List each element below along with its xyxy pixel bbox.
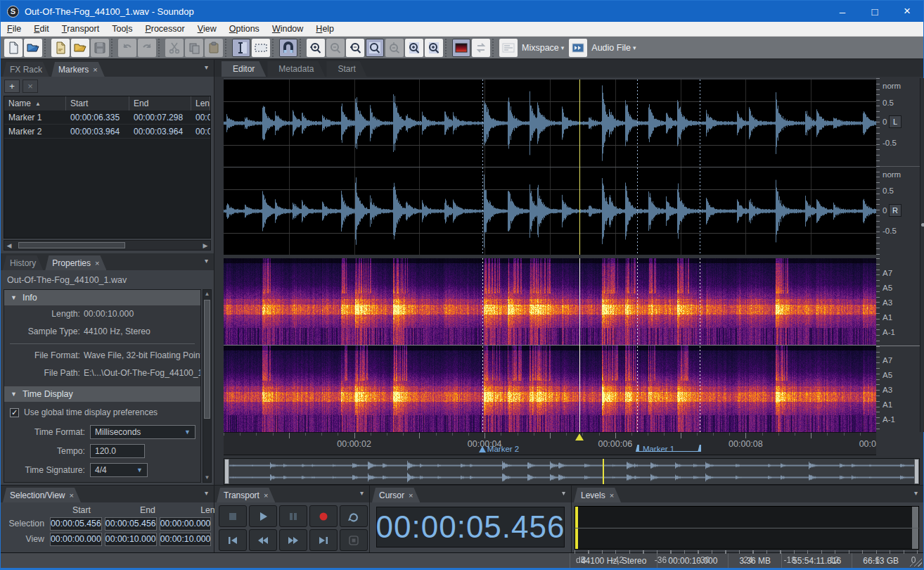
transport-pause-button[interactable] — [279, 505, 307, 527]
minimize-button[interactable]: – — [826, 1, 859, 22]
zoom-window-button[interactable] — [366, 39, 384, 57]
time-value-field[interactable]: 00:00:00.000 — [160, 517, 212, 531]
cut-button[interactable] — [165, 39, 184, 57]
close-tab-icon[interactable]: × — [93, 65, 97, 74]
editor-v-scrollbar[interactable] — [920, 78, 924, 432]
delete-marker-button[interactable]: × — [23, 80, 38, 93]
menu-edit[interactable]: Edit — [27, 22, 56, 36]
panel-menu-icon[interactable]: ▾ — [205, 489, 208, 497]
menu-tools[interactable]: Tools — [105, 22, 139, 36]
waveform-display[interactable] — [224, 78, 876, 255]
swap-view-button[interactable] — [472, 39, 490, 57]
scroll-down-icon[interactable]: ▼ — [205, 474, 210, 482]
menu-window[interactable]: Window — [266, 22, 309, 36]
new-audio-file-button[interactable] — [51, 39, 70, 57]
overview-navigator[interactable] — [224, 458, 920, 485]
transport-go-to-start-button[interactable] — [219, 529, 247, 551]
marker-icon[interactable] — [479, 446, 486, 452]
dropdown-arrow-icon[interactable]: ▼ — [136, 467, 143, 474]
undo-button[interactable] — [118, 39, 136, 57]
menu-view[interactable]: View — [191, 22, 223, 36]
transport-record-mode-button[interactable] — [340, 529, 368, 551]
time-select-button[interactable] — [232, 39, 250, 57]
menu-transport[interactable]: Transport — [56, 22, 106, 36]
dropdown-field[interactable]: 4/4▼ — [90, 463, 148, 477]
table-row[interactable]: Marker 200:00:03.96400:00:03.96400:00:00… — [4, 125, 210, 139]
tab-selection-view[interactable]: Selection/View× — [3, 488, 81, 502]
save-button[interactable] — [91, 39, 109, 57]
playback-cursor-head[interactable] — [575, 433, 584, 441]
marker-handle[interactable] — [698, 445, 701, 452]
scroll-right-icon[interactable]: ▶ — [200, 242, 210, 249]
menu-help[interactable]: Help — [309, 22, 340, 36]
tab-cursor[interactable]: Cursor× — [372, 488, 420, 502]
time-value-field[interactable]: 00:00:00.000 — [50, 533, 102, 546]
maximize-button[interactable]: □ — [859, 1, 891, 22]
open-audio-file-button[interactable] — [71, 39, 89, 57]
chevron-down-icon[interactable]: ▾ — [633, 44, 636, 51]
tab-levels[interactable]: Levels× — [574, 488, 621, 502]
transport-stop-button[interactable] — [219, 505, 247, 527]
zoom-out-h-button[interactable] — [326, 39, 345, 57]
panel-menu-icon[interactable]: ▾ — [562, 489, 565, 497]
add-marker-button[interactable]: + — [4, 80, 20, 93]
time-value-field[interactable]: 00:00:10.000 — [105, 533, 157, 546]
tab-properties[interactable]: Properties× — [45, 255, 106, 270]
copy-button[interactable] — [185, 39, 203, 57]
time-value-field[interactable]: 00:00:05.456 — [50, 517, 102, 531]
redo-button[interactable] — [138, 39, 156, 57]
transport-fast-forward-button[interactable] — [279, 529, 307, 551]
spectrogram-display[interactable] — [224, 258, 876, 432]
paste-button[interactable] — [205, 39, 223, 57]
close-tab-icon[interactable]: × — [70, 491, 74, 500]
audio-file-button[interactable] — [569, 39, 587, 57]
close-tab-icon[interactable]: × — [409, 491, 413, 500]
tab-transport[interactable]: Transport× — [217, 488, 275, 502]
tab-markers[interactable]: Markers× — [51, 62, 105, 77]
chevron-down-icon[interactable]: ▾ — [561, 44, 565, 51]
doc-tab-metadata[interactable]: Metadata — [267, 61, 325, 77]
spectrum-view-button[interactable] — [452, 39, 470, 57]
checkbox-checked-icon[interactable]: ✓ — [10, 408, 19, 417]
scroll-up-icon[interactable]: ▲ — [205, 290, 210, 298]
close-tab-icon[interactable]: × — [610, 491, 614, 500]
marquee-select-button[interactable] — [252, 39, 270, 57]
new-file-button[interactable] — [4, 39, 23, 57]
time-value-field[interactable]: 00:00:05.456 — [105, 517, 157, 531]
close-tab-icon[interactable]: × — [264, 491, 268, 500]
overview-right-handle[interactable] — [914, 459, 919, 484]
section-header-time-display[interactable]: ▼Time Display — [4, 386, 200, 402]
tab-fx-rack[interactable]: FX Rack — [3, 62, 49, 77]
text-input-field[interactable]: 120.0 — [90, 444, 145, 458]
open-file-button[interactable] — [24, 39, 42, 57]
doc-tab-editor[interactable]: Editor — [222, 61, 266, 77]
panel-menu-icon[interactable]: ▾ — [205, 63, 208, 71]
close-tab-icon[interactable]: × — [95, 259, 99, 267]
column-header-start[interactable]: Start — [66, 96, 129, 110]
zoom-selection-button[interactable] — [346, 39, 364, 57]
scrollbar-thumb[interactable] — [18, 242, 125, 248]
column-header-end[interactable]: End — [129, 96, 191, 110]
transport-go-to-end-button[interactable] — [309, 529, 338, 551]
properties-v-scrollbar[interactable]: ▲ ▼ — [203, 289, 212, 483]
zoom-full-button[interactable] — [425, 39, 443, 57]
channel-badge-r[interactable]: R — [889, 204, 901, 217]
channel-badge-l[interactable]: L — [889, 115, 901, 128]
zoom-in-h-button[interactable] — [307, 39, 325, 57]
zoom-out-v-button[interactable] — [385, 39, 404, 57]
menu-file[interactable]: File — [1, 22, 27, 36]
section-header-info[interactable]: ▼Info — [4, 290, 200, 305]
markers-h-scrollbar[interactable]: ◀ ▶ — [4, 240, 211, 251]
scrollbar-thumb[interactable] — [204, 300, 210, 419]
timeline-ruler[interactable]: 00:00:0200:00:0400:00:0600:00:0800:00:10… — [224, 432, 876, 455]
panel-menu-icon[interactable]: ▾ — [205, 257, 208, 265]
column-header-length[interactable]: Length — [191, 96, 210, 110]
snap-button[interactable] — [279, 39, 297, 57]
dropdown-field[interactable]: Milliseconds▼ — [90, 425, 195, 439]
column-header-name[interactable]: Name▲ — [4, 96, 66, 110]
table-row[interactable]: Marker 100:00:06.33500:00:07.29800:00:00… — [4, 110, 210, 125]
tab-history[interactable]: History — [3, 255, 43, 270]
time-value-field[interactable]: 00:00:10.000 — [160, 533, 212, 546]
panel-menu-icon[interactable]: ▾ — [360, 489, 364, 497]
menu-options[interactable]: Options — [223, 22, 266, 36]
